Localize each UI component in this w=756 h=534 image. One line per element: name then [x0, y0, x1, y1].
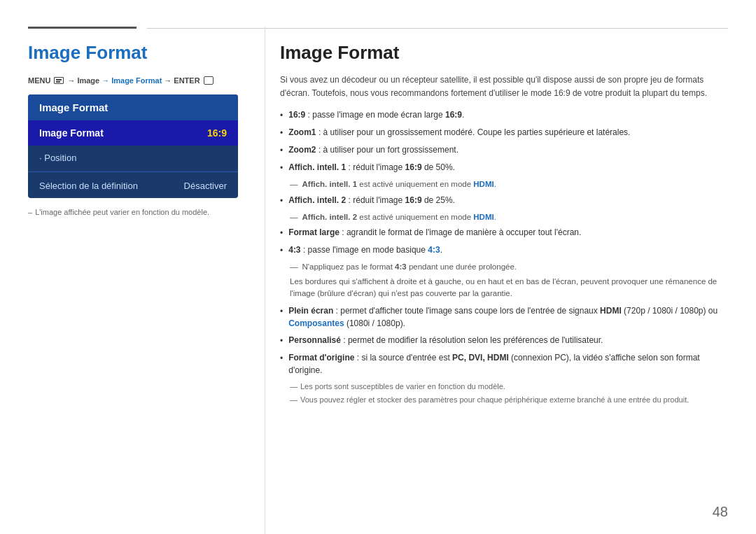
item-content: Plein écran : permet d'afficher toute l'…: [288, 304, 728, 330]
bold-hdmi1: HDMI: [473, 180, 493, 188]
definition-label: Sélection de la définition: [39, 181, 138, 191]
bold-label: Personnalisé: [288, 335, 341, 345]
menu-path: MENU → Image → Image Format → ENTER: [28, 76, 252, 85]
bold-label: Format d'origine: [288, 353, 354, 363]
menu-label: MENU: [28, 76, 50, 85]
sub-note-text: N'appliquez pas le format 4:3 pendant un…: [302, 261, 517, 273]
page-number: 48: [713, 504, 728, 520]
bold-affich2: Affich. intell. 2: [302, 213, 358, 221]
tv-menu-bottom: Sélection de la définition Désactiver: [28, 174, 238, 198]
bold-label: Affich. intell. 1: [288, 162, 346, 172]
sub-note-text: Affich. intell. 2 est activé uniquement …: [302, 211, 496, 223]
bold-hdmi2: HDMI: [473, 213, 493, 221]
selected-item-value: 16:9: [207, 127, 227, 139]
bold-hdmi: HDMI: [600, 306, 622, 316]
right-panel: Image Format Si vous avez un décodeur ou…: [280, 42, 728, 408]
vertical-divider: [265, 27, 265, 534]
bold-label: Zoom2: [288, 145, 316, 155]
item-content: Zoom1 : à utiliser pour un grossissement…: [288, 126, 630, 139]
tv-menu-position-item: · Position: [28, 146, 238, 170]
note-dash: –: [28, 208, 32, 216]
bottom-notes: Les ports sont susceptibles de varier en…: [290, 381, 728, 406]
bullet-list-4: Plein écran : permet d'afficher toute l'…: [280, 304, 728, 377]
list-item: 4:3 : passe l'image en mode basique 4:3.: [280, 244, 728, 257]
left-panel: Image Format MENU → Image → Image Format…: [28, 42, 252, 216]
left-panel-title: Image Format: [28, 42, 252, 64]
list-item: Format large : agrandit le format de l'i…: [280, 226, 728, 239]
bottom-note-1: Les ports sont susceptibles de varier en…: [290, 381, 728, 393]
menu-enter-label: ENTER: [174, 76, 200, 85]
sub-note-affich2: Affich. intell. 2 est activé uniquement …: [290, 211, 728, 223]
sub-note-text: Affich. intell. 1 est activé uniquement …: [302, 178, 496, 190]
menu-arrow3: →: [164, 76, 172, 85]
list-item: Affich. intell. 1 : réduit l'image 16:9 …: [280, 161, 728, 174]
bold-value: 4:3: [428, 245, 440, 255]
item-content: Affich. intell. 2 : réduit l'image 16:9 …: [288, 194, 455, 206]
list-item: Plein écran : permet d'afficher toute l'…: [280, 304, 728, 330]
intro-text: Si vous avez un décodeur ou un récepteur…: [280, 73, 728, 100]
tv-menu-selected-item: Image Format 16:9: [28, 120, 238, 146]
bullet-list-2: Affich. intell. 2 : réduit l'image 16:9 …: [280, 194, 728, 207]
bold-label: 4:3: [288, 245, 300, 255]
menu-image: Image: [77, 76, 99, 85]
item-content: Format large : agrandit le format de l'i…: [288, 226, 581, 239]
desactiver-label: Désactiver: [184, 181, 227, 191]
list-item: Format d'origine : si la source d'entrée…: [280, 351, 728, 377]
warning-bordures: Les bordures qui s'affichent à droite et…: [290, 276, 728, 300]
bold-pc-dvi-hdmi: PC, DVI, HDMI: [452, 353, 509, 363]
left-image-note: – L'image affichée peut varier en foncti…: [28, 208, 252, 216]
position-label: · Position: [39, 153, 76, 163]
enter-icon: [204, 76, 214, 85]
item-content: 4:3 : passe l'image en mode basique 4:3.: [288, 244, 442, 256]
bottom-note-2-text: Vous pouvez régler et stocker des paramè…: [300, 394, 689, 406]
list-item: Personnalisé : permet de modifier la rés…: [280, 334, 728, 347]
bottom-note-1-text: Les ports sont susceptibles de varier en…: [300, 381, 505, 393]
bold-label: Plein écran: [288, 306, 333, 316]
bullet-list: 16:9 : passe l'image en mode écran large…: [280, 108, 728, 174]
sub-note-affich1: Affich. intell. 1 est activé uniquement …: [290, 178, 728, 190]
selected-item-label: Image Format: [39, 127, 104, 139]
item-content: Zoom2 : à utiliser pour un fort grossiss…: [288, 143, 458, 156]
menu-icon: [54, 77, 64, 84]
bold-label: Affich. intell. 2: [288, 195, 346, 205]
tv-menu-box: Image Format Image Format 16:9 · Positio…: [28, 94, 238, 198]
bold-label: Zoom1: [288, 127, 316, 137]
tv-menu-header: Image Format: [28, 94, 238, 120]
right-panel-title: Image Format: [280, 42, 728, 64]
menu-arrow1: →: [67, 76, 75, 85]
item-content: 16:9 : passe l'image en mode écran large…: [288, 108, 464, 121]
bold-label: Format large: [288, 227, 340, 237]
note-text: L'image affichée peut varier en fonction…: [35, 208, 209, 216]
list-item: Zoom1 : à utiliser pour un grossissement…: [280, 126, 728, 139]
bold-value: 16:9: [405, 162, 422, 172]
list-item: Zoom2 : à utiliser pour un fort grossiss…: [280, 143, 728, 157]
menu-arrow2: →: [102, 76, 109, 85]
bullet-list-3: Format large : agrandit le format de l'i…: [280, 226, 728, 257]
top-bar-right: [147, 28, 728, 29]
bold-label: 16:9: [288, 110, 305, 120]
bold-composantes: Composantes: [288, 318, 344, 328]
menu-image-format: Image Format: [111, 76, 162, 85]
sub-note-43-warning: N'appliquez pas le format 4:3 pendant un…: [290, 261, 728, 273]
item-content: Affich. intell. 1 : réduit l'image 16:9 …: [288, 161, 455, 174]
bold-affich1: Affich. intell. 1: [302, 180, 358, 188]
item-content: Format d'origine : si la source d'entrée…: [288, 351, 728, 377]
tv-menu-divider: [28, 171, 238, 172]
bottom-note-2: Vous pouvez régler et stocker des paramè…: [290, 394, 728, 406]
top-bar-left: [28, 27, 136, 29]
bold-value: 16:9: [405, 195, 422, 205]
bold-43: 4:3: [395, 262, 407, 271]
item-content: Personnalisé : permet de modifier la rés…: [288, 334, 603, 346]
list-item: 16:9 : passe l'image en mode écran large…: [280, 108, 728, 122]
list-item: Affich. intell. 2 : réduit l'image 16:9 …: [280, 194, 728, 207]
bold-value: 16:9: [445, 110, 462, 120]
